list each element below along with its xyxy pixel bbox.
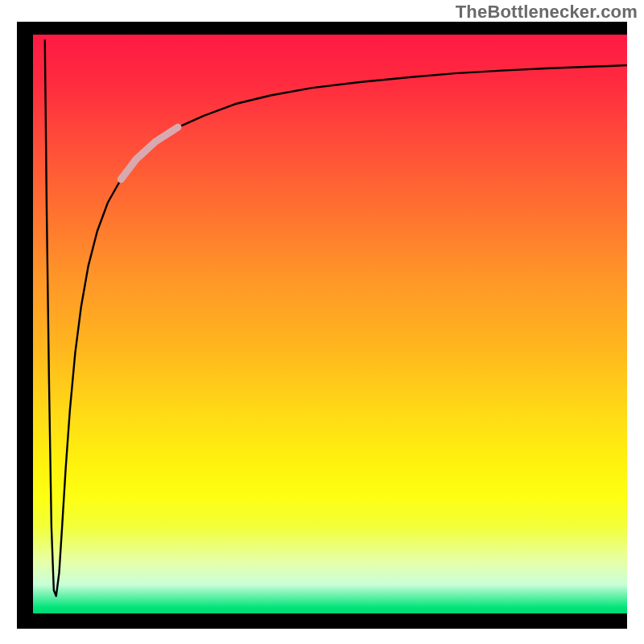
plot-frame: [17, 22, 627, 629]
plot-area: [33, 35, 627, 613]
chart-stage: TheBottlenecker.com: [0, 0, 644, 644]
highlight-segment: [121, 127, 178, 180]
attribution-text: TheBottlenecker.com: [456, 2, 638, 23]
curve-layer: [33, 35, 627, 613]
bottleneck-curve: [45, 40, 627, 596]
